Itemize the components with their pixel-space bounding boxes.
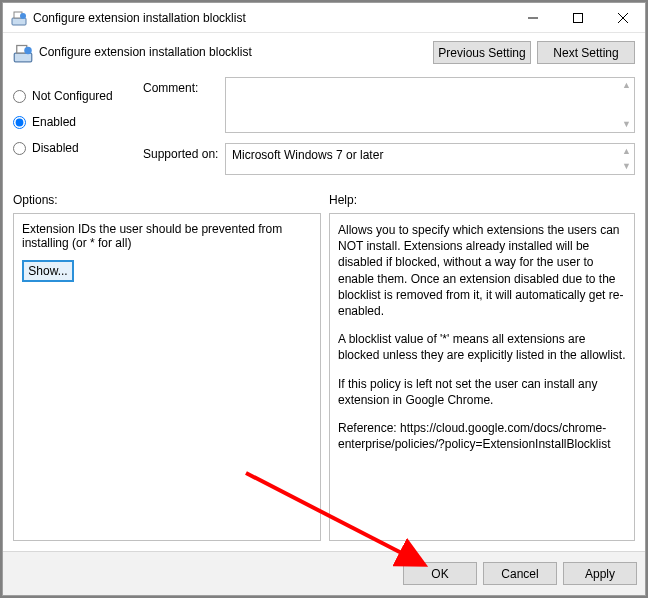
supported-value: Microsoft Windows 7 or later: [232, 148, 383, 162]
radio-label: Enabled: [32, 115, 76, 129]
state-radio-group: Not Configured Enabled Disabled: [13, 77, 143, 179]
radio-label: Not Configured: [32, 89, 113, 103]
policy-icon: [13, 43, 33, 63]
ok-button[interactable]: OK: [403, 562, 477, 585]
radio-not-configured-input[interactable]: [13, 90, 26, 103]
minimize-button[interactable]: [510, 3, 555, 33]
svg-point-9: [24, 47, 32, 55]
comment-row: Comment: ▲ ▼: [143, 77, 635, 133]
scroll-up-icon: ▲: [622, 147, 631, 156]
comment-label: Comment:: [143, 77, 225, 133]
radio-disabled[interactable]: Disabled: [13, 135, 143, 161]
show-button[interactable]: Show...: [22, 260, 74, 282]
help-label: Help:: [329, 193, 357, 207]
scroll-up-icon: ▲: [622, 81, 631, 90]
radio-enabled[interactable]: Enabled: [13, 109, 143, 135]
panel-labels: Options: Help:: [13, 193, 635, 207]
svg-point-2: [20, 13, 26, 19]
titlebar: Configure extension installation blockli…: [3, 3, 645, 33]
config-row: Not Configured Enabled Disabled Comment:…: [13, 77, 635, 179]
svg-rect-4: [573, 13, 582, 22]
help-paragraph: Reference: https://cloud.google.com/docs…: [338, 420, 626, 452]
help-paragraph: Allows you to specify which extensions t…: [338, 222, 626, 319]
supported-field: Microsoft Windows 7 or later ▲ ▼: [225, 143, 635, 175]
help-panel: Allows you to specify which extensions t…: [329, 213, 635, 541]
close-button[interactable]: [600, 3, 645, 33]
header-row: Configure extension installation blockli…: [13, 41, 635, 77]
options-text: Extension IDs the user should be prevent…: [22, 222, 312, 250]
details-column: Comment: ▲ ▼ Supported on: Microsoft Win…: [143, 77, 635, 179]
options-panel: Extension IDs the user should be prevent…: [13, 213, 321, 541]
radio-disabled-input[interactable]: [13, 142, 26, 155]
previous-setting-button[interactable]: Previous Setting: [433, 41, 531, 64]
cancel-button[interactable]: Cancel: [483, 562, 557, 585]
radio-not-configured[interactable]: Not Configured: [13, 83, 143, 109]
content-area: Configure extension installation blockli…: [3, 33, 645, 551]
policy-title: Configure extension installation blockli…: [39, 41, 427, 59]
supported-row: Supported on: Microsoft Windows 7 or lat…: [143, 143, 635, 175]
radio-label: Disabled: [32, 141, 79, 155]
window-title: Configure extension installation blockli…: [33, 11, 510, 25]
supported-label: Supported on:: [143, 143, 225, 175]
policy-editor-window: Configure extension installation blockli…: [2, 2, 646, 596]
scroll-down-icon: ▼: [622, 162, 631, 171]
svg-rect-7: [14, 53, 32, 62]
options-label: Options:: [13, 193, 329, 207]
apply-button[interactable]: Apply: [563, 562, 637, 585]
comment-textarea[interactable]: ▲ ▼: [225, 77, 635, 133]
help-paragraph: A blocklist value of '*' means all exten…: [338, 331, 626, 363]
scroll-down-icon: ▼: [622, 120, 631, 129]
radio-enabled-input[interactable]: [13, 116, 26, 129]
panels-row: Extension IDs the user should be prevent…: [13, 213, 635, 541]
button-bar: OK Cancel Apply: [3, 551, 645, 595]
next-setting-button[interactable]: Next Setting: [537, 41, 635, 64]
svg-rect-0: [12, 18, 26, 25]
help-paragraph: If this policy is left not set the user …: [338, 376, 626, 408]
policy-icon: [11, 10, 27, 26]
maximize-button[interactable]: [555, 3, 600, 33]
